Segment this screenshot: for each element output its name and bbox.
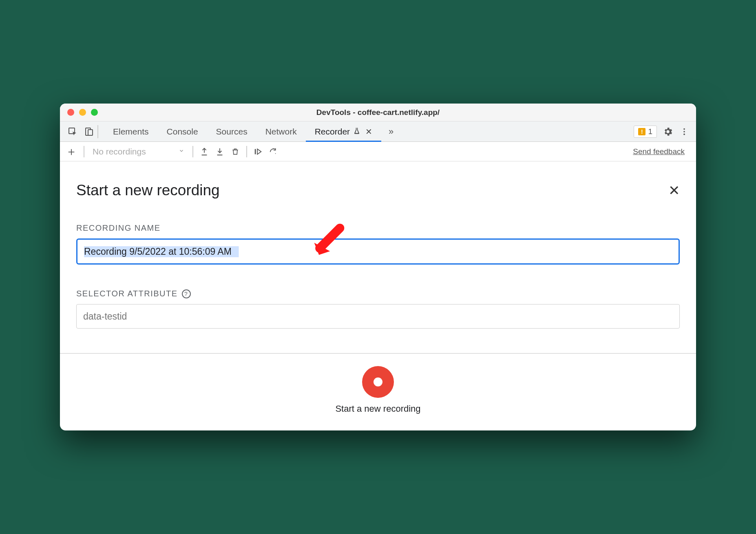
selector-attribute-label: SELECTOR ATTRIBUTE ?	[76, 289, 680, 298]
delete-icon[interactable]	[229, 147, 241, 156]
divider	[84, 146, 84, 157]
selector-attribute-input-wrap	[76, 304, 680, 329]
close-tab-icon[interactable]: ✕	[365, 127, 372, 137]
more-tabs-button[interactable]: »	[381, 126, 401, 137]
panel-tabs: Elements Console Sources Network Recorde…	[104, 121, 381, 141]
tab-label: Sources	[216, 127, 248, 137]
tab-network[interactable]: Network	[256, 121, 306, 141]
recorder-main-panel: Start a new recording ✕ RECORDING NAME S…	[60, 161, 696, 329]
traffic-lights	[60, 109, 98, 116]
toggle-device-icon[interactable]	[84, 126, 94, 137]
help-icon[interactable]: ?	[182, 289, 191, 298]
new-recording-button[interactable]: ＋	[64, 144, 79, 159]
close-window-button[interactable]	[67, 109, 74, 116]
replay-icon[interactable]	[252, 147, 264, 156]
issues-badge[interactable]: ! 1	[634, 126, 657, 138]
svg-point-3	[683, 128, 685, 130]
export-icon[interactable]	[198, 147, 210, 156]
tab-label: Network	[265, 127, 297, 137]
send-feedback-link[interactable]: Send feedback	[633, 147, 692, 156]
svg-rect-2	[88, 130, 93, 135]
window-title: DevTools - coffee-cart.netlify.app/	[60, 108, 696, 117]
minimize-window-button[interactable]	[79, 109, 86, 116]
recordings-dropdown[interactable]: No recordings	[89, 147, 188, 157]
svg-point-4	[683, 131, 685, 132]
devtools-tabstrip: Elements Console Sources Network Recorde…	[60, 121, 696, 142]
recording-name-input[interactable]	[84, 246, 672, 257]
window-titlebar: DevTools - coffee-cart.netlify.app/	[60, 104, 696, 121]
page-title: Start a new recording	[76, 182, 220, 199]
recording-name-input-wrap	[76, 238, 680, 265]
selector-attribute-input[interactable]	[83, 311, 673, 322]
issues-count: 1	[648, 127, 652, 136]
tab-label: Console	[167, 127, 198, 137]
tab-label: Elements	[113, 127, 149, 137]
svg-point-7	[275, 153, 276, 154]
recording-name-label: RECORDING NAME	[76, 223, 680, 233]
kebab-menu-icon[interactable]	[679, 126, 690, 137]
flask-icon	[353, 127, 360, 137]
selector-attribute-label-text: SELECTOR ATTRIBUTE	[76, 289, 178, 298]
start-recording-button[interactable]	[362, 366, 394, 398]
dropdown-placeholder: No recordings	[93, 147, 146, 157]
import-icon[interactable]	[214, 147, 226, 156]
svg-rect-6	[254, 149, 256, 154]
tab-recorder[interactable]: Recorder ✕	[306, 121, 381, 141]
warning-icon: !	[638, 128, 645, 135]
tabstrip-right-controls: ! 1	[634, 126, 692, 138]
svg-point-5	[683, 133, 685, 135]
maximize-window-button[interactable]	[91, 109, 98, 116]
start-recording-label: Start a new recording	[335, 404, 420, 414]
inspect-group	[64, 125, 98, 138]
select-element-icon[interactable]	[67, 126, 78, 137]
recorder-toolbar: ＋ No recordings Send feedback	[60, 142, 696, 161]
recorder-footer: Start a new recording	[60, 353, 696, 430]
close-panel-icon[interactable]: ✕	[668, 182, 680, 199]
tab-elements[interactable]: Elements	[104, 121, 158, 141]
chevron-down-icon	[179, 148, 184, 155]
divider	[192, 146, 193, 157]
tab-label: Recorder	[315, 127, 350, 137]
settings-icon[interactable]	[663, 126, 673, 137]
replay-settings-icon[interactable]	[267, 147, 280, 156]
tab-console[interactable]: Console	[158, 121, 207, 141]
divider	[246, 146, 247, 157]
tab-sources[interactable]: Sources	[207, 121, 256, 141]
devtools-window: DevTools - coffee-cart.netlify.app/ Elem…	[60, 104, 696, 430]
